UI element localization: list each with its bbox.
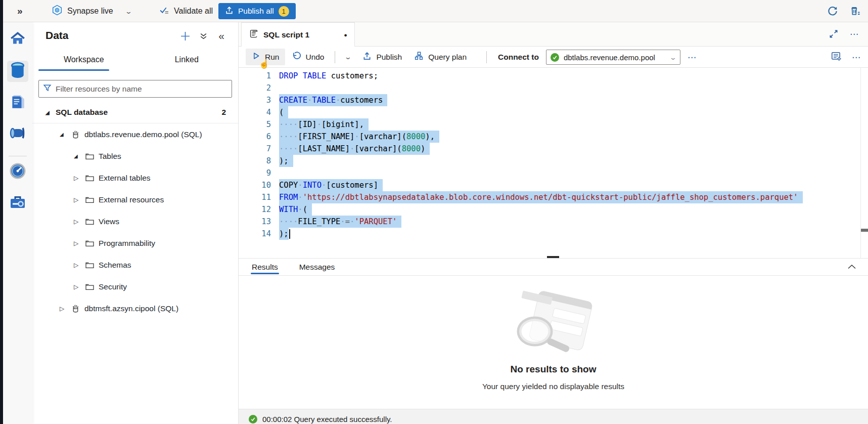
query-plan-icon <box>414 51 424 63</box>
nav-monitor-button[interactable] <box>7 161 28 183</box>
connected-check-icon <box>551 53 559 62</box>
results-panel: No results to show Your query yielded no… <box>239 281 868 409</box>
code-line[interactable]: 3CREATE·TABLE·customers <box>239 94 868 106</box>
code-line[interactable]: 8); <box>239 155 868 167</box>
nav-data-button[interactable] <box>7 61 28 82</box>
token-ws: ···· <box>279 144 298 153</box>
code-line[interactable]: 2 <box>239 82 868 94</box>
tree-collapsed-icon[interactable]: ▷ <box>74 218 82 225</box>
gauge-icon <box>9 162 26 182</box>
editor-scrollbar-thumb[interactable] <box>861 229 868 232</box>
token-ws: · <box>298 181 302 190</box>
tree-collapsed-icon[interactable]: ▷ <box>74 262 82 269</box>
token-ws: · <box>350 144 354 153</box>
token-kw: CREATE <box>279 96 307 105</box>
token-id: [ID] <box>298 120 316 129</box>
code-line[interactable]: 4( <box>239 106 868 118</box>
chevron-down-icon: ⌄ <box>669 54 677 61</box>
tree-collapsed-icon[interactable]: ▷ <box>74 240 82 247</box>
tree-item[interactable]: ▷External tables <box>32 167 238 189</box>
code-line-content: ····[LAST_NAME]·[varchar](8000) <box>271 143 430 155</box>
tree-item[interactable]: ▷dbtmsft.azsyn.cipool (SQL) <box>32 298 238 319</box>
code-line[interactable]: 9 <box>239 167 868 179</box>
tab-more-actions-icon[interactable]: ⋯ <box>850 29 861 40</box>
code-line[interactable]: 6····[FIRST_NAME]·[varchar](8000), <box>239 131 868 143</box>
code-line[interactable]: 10COPY·INTO·[customers] <box>239 179 868 191</box>
tree-collapsed-icon[interactable]: ▷ <box>60 305 68 312</box>
tree-expanded-icon[interactable]: ◢ <box>45 110 54 115</box>
pool-select[interactable]: dbtlabs.revenue.demo.pool ⌄ <box>546 50 680 65</box>
tree-collapsed-icon[interactable]: ▷ <box>74 283 82 290</box>
collapse-panel-icon[interactable]: « <box>216 30 227 41</box>
tab-results[interactable]: Results <box>252 259 278 275</box>
line-number: 1 <box>239 70 271 82</box>
token-id: ); <box>279 229 289 238</box>
token-id: [FIRST_NAME] <box>298 132 354 141</box>
publish-button[interactable]: Publish <box>356 49 408 66</box>
tab-messages[interactable]: Messages <box>299 259 335 275</box>
run-options-chevron[interactable]: ⌄ <box>339 50 357 64</box>
tree-item[interactable]: ◢SQL database2 <box>32 102 238 123</box>
tab-sql-script[interactable]: SQL script 1 ● <box>241 22 355 47</box>
line-number: 8 <box>239 155 271 167</box>
tree-item[interactable]: ▷External resources <box>32 189 238 210</box>
tab-workspace[interactable]: Workspace <box>32 49 135 71</box>
tree-item-label: External tables <box>99 174 151 183</box>
tree-item[interactable]: ◢Tables <box>32 145 238 167</box>
line-number: 3 <box>239 94 271 106</box>
tree-expanded-icon[interactable]: ◢ <box>74 153 82 159</box>
code-line[interactable]: 13····FILE_TYPE·=·'PARQUET' <box>239 216 868 228</box>
tree-collapsed-icon[interactable]: ▷ <box>74 196 82 203</box>
collapse-all-icon[interactable] <box>198 30 209 41</box>
sql-code-editor[interactable]: 1DROP TABLE customers;23CREATE·TABLE·cus… <box>239 68 868 258</box>
mode-selector[interactable]: Synapse live ⌄ <box>52 0 131 22</box>
query-plan-button[interactable]: Query plan <box>408 48 473 66</box>
tree-item[interactable]: ▷Security <box>32 276 238 298</box>
undo-button[interactable]: Undo <box>285 48 330 66</box>
code-line-content: ····[ID]·[bigint], <box>271 118 369 131</box>
tree-item[interactable]: ▷Programmability <box>32 232 238 254</box>
nav-develop-button[interactable] <box>7 92 28 113</box>
mode-label: Synapse live <box>67 7 113 16</box>
validate-all-button[interactable]: Validate all <box>159 0 213 22</box>
tree-item[interactable]: ▷Views <box>32 210 238 232</box>
undo-label: Undo <box>305 53 324 62</box>
code-line[interactable]: 14); <box>239 228 868 240</box>
code-line[interactable]: 7····[LAST_NAME]·[varchar](8000) <box>239 143 868 155</box>
token-str: 'PARQUET' <box>354 217 397 226</box>
code-line[interactable]: 5····[ID]·[bigint], <box>239 118 868 131</box>
code-line[interactable]: 1DROP TABLE customers; <box>239 70 868 82</box>
selection-highlight: CREATE·TABLE·customers <box>279 94 387 106</box>
expand-editor-icon[interactable] <box>829 29 840 40</box>
trash-button[interactable] <box>849 5 861 17</box>
filter-funnel-icon <box>43 83 52 94</box>
refresh-button[interactable] <box>827 5 839 17</box>
panel-title: Data <box>45 29 69 41</box>
tree-item[interactable]: ▷Schemas <box>32 254 238 276</box>
collapse-results-icon[interactable] <box>847 263 857 272</box>
panel-resize-handle[interactable] <box>547 256 559 258</box>
folder-icon <box>85 261 95 269</box>
tab-linked[interactable]: Linked <box>135 49 239 71</box>
publish-all-button[interactable]: Publish all 1 <box>218 3 296 19</box>
editor-more-actions-icon[interactable]: ⋯ <box>852 52 861 63</box>
tree-expanded-icon[interactable]: ◢ <box>60 132 68 137</box>
token-kw: TABLE <box>312 96 336 105</box>
nav-manage-button[interactable] <box>7 193 28 214</box>
tree-collapsed-icon[interactable]: ▷ <box>74 175 82 182</box>
editor-settings-icon[interactable] <box>831 51 842 64</box>
token-ws: · <box>298 205 302 214</box>
add-resource-button[interactable] <box>179 30 191 41</box>
nav-home-button[interactable] <box>7 29 28 51</box>
tree-item[interactable]: ◢dbtlabs.revenue.demo.pool (SQL) <box>32 123 238 145</box>
tree-item-label: Schemas <box>99 261 131 270</box>
top-command-bar: » Synapse live ⌄ Validate all Publish al… <box>3 0 868 22</box>
expand-sidebar-button[interactable]: » <box>17 0 23 22</box>
data-panel-header: Data « <box>32 22 238 49</box>
code-line[interactable]: 12WITH·( <box>239 203 868 216</box>
filter-input[interactable] <box>56 84 227 94</box>
code-line[interactable]: 11FROM·'https://dbtlabsynapsedatalake.bl… <box>239 191 868 203</box>
nav-integrate-button[interactable] <box>7 123 28 145</box>
connect-to-group: Connect to dbtlabs.revenue.demo.pool ⌄ ⋯ <box>482 47 697 68</box>
connect-more-icon[interactable]: ⋯ <box>688 52 697 63</box>
